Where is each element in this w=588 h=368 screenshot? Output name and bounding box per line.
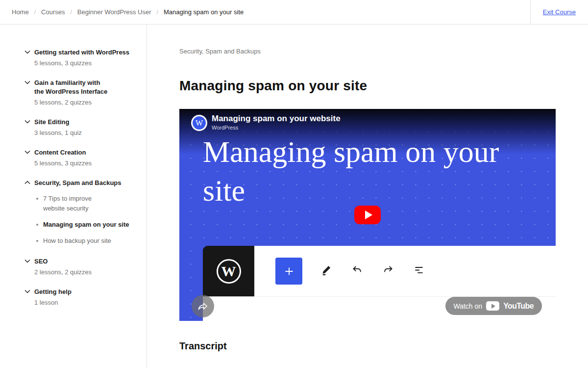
section-meta: 1 lesson	[34, 299, 138, 307]
bullet-dot-icon	[36, 198, 38, 200]
page-title: Managing spam on your site	[179, 78, 588, 94]
youtube-play-icon	[486, 301, 499, 311]
section-toggle[interactable]: Content Creation	[24, 148, 138, 157]
chevron-down-icon	[24, 259, 30, 263]
sidebar-section-getting-help: Getting help 1 lesson	[24, 288, 138, 307]
play-icon	[365, 210, 372, 219]
document-overview-icon	[413, 264, 425, 279]
lesson-label: How to backup your site	[43, 236, 111, 246]
lesson-category-label: Security, Spam and Backups	[179, 48, 588, 55]
breadcrumb-home[interactable]: Home	[12, 8, 29, 16]
section-meta: 5 lessons, 2 quizzes	[34, 99, 138, 106]
video-title[interactable]: Managing spam on your website	[212, 114, 341, 124]
chevron-down-icon	[24, 50, 30, 54]
breadcrumb-separator: /	[70, 9, 72, 16]
edit-pencil-icon	[320, 264, 333, 278]
section-toggle[interactable]: Site Editing	[24, 118, 138, 127]
section-toggle[interactable]: Gain a familiarity with the WordPress In…	[24, 79, 138, 96]
watch-on-label: Watch on	[454, 302, 483, 310]
section-title: Content Creation	[34, 148, 86, 157]
sidebar-section-getting-started: Getting started with WordPress 5 lessons…	[24, 48, 138, 67]
undo-icon	[351, 264, 364, 279]
youtube-wordmark: YouTube	[503, 302, 534, 311]
exit-course-link[interactable]: Exit Course	[543, 8, 576, 16]
section-meta: 2 lessons, 2 quizzes	[34, 268, 138, 276]
section-title: Getting help	[34, 288, 72, 296]
section-toggle[interactable]: Getting help	[24, 288, 138, 296]
bullet-dot-icon	[36, 224, 38, 226]
editor-logo-panel: W	[203, 246, 254, 296]
share-arrow-icon	[197, 300, 209, 312]
section-meta: 3 lessons, 1 quiz	[34, 129, 138, 137]
section-title: SEO	[34, 257, 48, 266]
breadcrumb: Home / Courses / Beginner WordPress User…	[0, 0, 244, 24]
lesson-item-backup[interactable]: How to backup your site	[36, 236, 138, 246]
transcript-heading: Transcript	[179, 341, 588, 352]
sidebar-section-seo: SEO 2 lessons, 2 quizzes	[24, 257, 138, 276]
share-button[interactable]	[192, 295, 214, 317]
lesson-list: 7 Tips to improve website security Manag…	[36, 194, 138, 246]
sidebar-section-interface: Gain a familiarity with the WordPress In…	[24, 79, 138, 106]
thumbnail-headline: Managing spam on your site	[203, 132, 499, 210]
breadcrumb-separator: /	[157, 9, 158, 16]
chevron-up-icon	[24, 181, 30, 184]
section-title: Security, Spam and Backups	[34, 179, 122, 187]
wordpress-logo-icon: W	[193, 116, 206, 130]
section-title: Gain a familiarity with the WordPress In…	[34, 79, 107, 96]
breadcrumb-courses[interactable]: Courses	[41, 8, 65, 16]
page-layout: Getting started with WordPress 5 lessons…	[0, 25, 588, 368]
editor-toolbar	[254, 246, 556, 296]
wordpress-logo-icon: W	[217, 259, 241, 284]
wordpress-channel-avatar[interactable]: W	[191, 115, 207, 131]
topbar: Home / Courses / Beginner WordPress User…	[0, 0, 588, 25]
section-toggle[interactable]: Security, Spam and Backups	[24, 179, 138, 187]
section-title: Site Editing	[34, 118, 70, 127]
section-title: Getting started with WordPress	[34, 48, 129, 57]
lesson-label: 7 Tips to improve website security	[43, 194, 92, 213]
sidebar-section-security: Security, Spam and Backups 7 Tips to imp…	[24, 179, 138, 246]
breadcrumb-course-name[interactable]: Beginner WordPress User	[77, 8, 151, 16]
youtube-video-embed[interactable]: W Managing spam on your website WordPres…	[179, 109, 556, 321]
breadcrumb-separator: /	[34, 9, 36, 16]
section-meta: 5 lessons, 3 quizzes	[34, 159, 138, 167]
bullet-dot-icon	[36, 240, 38, 242]
course-outline-sidebar: Getting started with WordPress 5 lessons…	[0, 25, 147, 368]
video-channel-name[interactable]: WordPress	[212, 125, 238, 131]
lesson-content: Security, Spam and Backups Managing spam…	[147, 25, 588, 368]
sidebar-section-content-creation: Content Creation 5 lessons, 3 quizzes	[24, 148, 138, 167]
section-meta: 5 lessons, 3 quizzes	[34, 59, 138, 67]
redo-icon	[382, 264, 394, 279]
block-inserter-button	[275, 258, 302, 285]
topbar-right: Exit Course	[530, 0, 588, 24]
lesson-item-security-tips[interactable]: 7 Tips to improve website security	[36, 194, 138, 213]
chevron-down-icon	[24, 120, 30, 124]
sidebar-section-site-editing: Site Editing 3 lessons, 1 quiz	[24, 118, 138, 137]
watch-on-youtube-button[interactable]: Watch on YouTube	[445, 297, 542, 315]
chevron-down-icon	[24, 289, 30, 293]
chevron-down-icon	[24, 80, 30, 84]
breadcrumb-current-page: Managing spam on your site	[164, 8, 244, 16]
lesson-item-managing-spam[interactable]: Managing spam on your site	[36, 220, 138, 230]
chevron-down-icon	[24, 150, 30, 154]
lesson-label: Managing spam on your site	[43, 220, 129, 230]
section-toggle[interactable]: SEO	[24, 257, 138, 266]
section-toggle[interactable]: Getting started with WordPress	[24, 48, 138, 57]
play-button[interactable]	[354, 206, 381, 224]
